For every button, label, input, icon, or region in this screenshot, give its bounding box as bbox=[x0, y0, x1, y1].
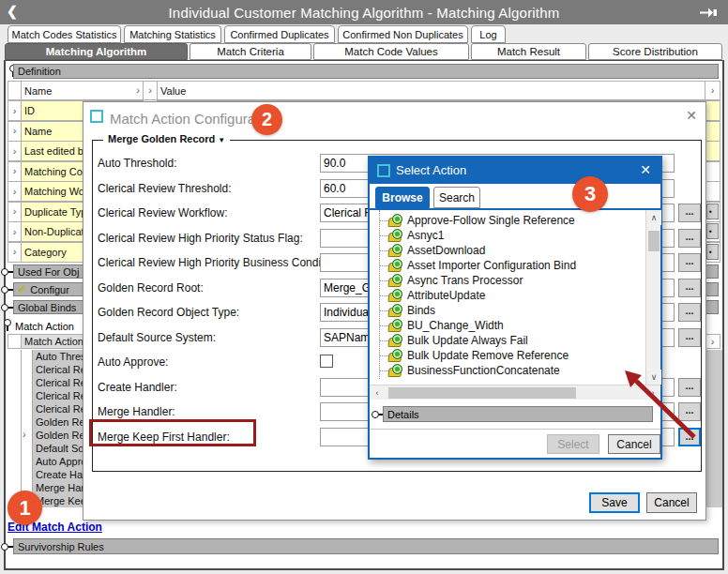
scrollbar-thumb[interactable] bbox=[648, 231, 660, 251]
section-label: Configur bbox=[30, 284, 69, 295]
action-list-item[interactable]: AssetDownload bbox=[370, 243, 645, 258]
browse-button[interactable]: ... bbox=[678, 378, 701, 397]
action-label: Bulk Update Remove Reference bbox=[392, 349, 569, 362]
window-title: Individual Customer Matching Algorithm -… bbox=[0, 5, 728, 21]
tab-match-criteria[interactable]: Match Criteria bbox=[190, 43, 311, 60]
tab-matching-algorithm[interactable]: Matching Algorithm bbox=[5, 43, 188, 60]
value-browse-button[interactable]: ▪ bbox=[706, 244, 719, 260]
action-list-item[interactable]: BusinessFunctionConcatenate bbox=[370, 363, 645, 378]
browse-button[interactable]: ... bbox=[678, 328, 701, 347]
field-label: Golden Record Object Type: bbox=[98, 303, 318, 322]
section-definition[interactable]: Definition bbox=[13, 64, 719, 79]
action-icon bbox=[388, 229, 403, 242]
action-label: BusinessFunctionConcatenate bbox=[392, 364, 560, 377]
close-icon[interactable]: ✕ bbox=[640, 162, 651, 177]
tab-match-codes-statistics[interactable]: Match Codes Statistics bbox=[8, 25, 121, 43]
tab-confirmed-non-duplicates[interactable]: Confirmed Non Duplicates bbox=[338, 25, 468, 43]
scrollbar-thumb[interactable] bbox=[388, 387, 576, 399]
field-label: Auto Approve: bbox=[98, 353, 318, 371]
row-expander[interactable]: › bbox=[8, 121, 22, 142]
action-icon bbox=[388, 349, 403, 362]
section-match-action[interactable]: Match Action bbox=[15, 319, 74, 333]
group-label[interactable]: Merge Golden Record ▼ bbox=[103, 133, 230, 144]
cancel-button[interactable]: Cancel bbox=[646, 492, 697, 513]
scroll-left-icon[interactable]: ‹ bbox=[370, 385, 385, 400]
dropdown-icon: ▼ bbox=[218, 136, 225, 144]
tab-confirmed-duplicates[interactable]: Confirmed Duplicates bbox=[224, 25, 335, 43]
row-expander[interactable]: › bbox=[8, 181, 22, 202]
browse-button[interactable]: ... bbox=[678, 279, 701, 297]
tab-match-code-values[interactable]: Match Code Values bbox=[313, 43, 469, 60]
action-list-item[interactable]: AttributeUpdate bbox=[370, 288, 645, 303]
grid-header-value[interactable]: Value bbox=[157, 81, 705, 100]
select-action-titlebar: Select Action ✕ bbox=[370, 158, 660, 184]
browse-button[interactable]: ... bbox=[678, 428, 701, 446]
field-label: Clerical Review Workflow: bbox=[98, 204, 318, 222]
tab-log[interactable]: Log bbox=[471, 25, 506, 43]
field-label: Default Source System: bbox=[98, 328, 318, 347]
row-expander[interactable]: › bbox=[8, 242, 22, 263]
field-label: Clerical Review Threshold: bbox=[98, 179, 318, 198]
select-button[interactable]: Select bbox=[547, 434, 599, 454]
horizontal-scrollbar[interactable]: ‹ › bbox=[370, 385, 660, 400]
action-list-item[interactable]: BU_Change_Width bbox=[370, 318, 645, 333]
auto-approve-checkbox[interactable] bbox=[320, 355, 333, 368]
save-button[interactable]: Save bbox=[589, 492, 640, 513]
browse-button[interactable]: ... bbox=[678, 204, 701, 222]
dialog-icon bbox=[90, 110, 103, 123]
row-expander[interactable]: › bbox=[8, 202, 22, 222]
scroll-up-icon[interactable]: ∧ bbox=[646, 210, 661, 225]
browse-button[interactable]: ... bbox=[678, 402, 701, 421]
grid-header-chevron-cell[interactable]: › bbox=[143, 81, 158, 100]
chevron-right-icon: › bbox=[13, 187, 17, 197]
browse-button[interactable]: ... bbox=[678, 303, 701, 322]
group-label-text: Merge Golden Record bbox=[108, 133, 215, 144]
browse-button[interactable]: ... bbox=[678, 253, 701, 272]
value-browse-button[interactable]: ▪ bbox=[706, 204, 719, 219]
divider bbox=[370, 429, 660, 430]
grid-header-name[interactable]: Name › bbox=[21, 81, 144, 100]
key-icon bbox=[1, 303, 13, 311]
action-icon bbox=[388, 289, 403, 302]
key-icon bbox=[1, 285, 13, 294]
action-icon bbox=[388, 259, 403, 272]
pin-icon[interactable] bbox=[700, 6, 719, 23]
browse-button[interactable]: ... bbox=[678, 229, 701, 248]
action-list-item[interactable]: Asnyc1 bbox=[370, 228, 645, 243]
field-label: Auto Threshold: bbox=[98, 154, 318, 173]
tab-matching-statistics[interactable]: Matching Statistics bbox=[124, 25, 221, 43]
action-label: Async Trans Processor bbox=[392, 274, 523, 287]
annotation-badge-1: 1 bbox=[8, 491, 42, 525]
action-list-item[interactable]: Bulk Update Remove Reference bbox=[370, 348, 645, 363]
row-expander[interactable]: › bbox=[8, 141, 22, 161]
details-section[interactable]: Details bbox=[383, 406, 653, 422]
field-label: Create Handler: bbox=[98, 378, 318, 397]
grid-header-right-chevron[interactable]: › bbox=[705, 81, 720, 100]
action-list-item[interactable]: Asset Importer Configuration Bind bbox=[370, 258, 645, 273]
back-chevron-icon[interactable]: ❮ bbox=[7, 4, 18, 19]
tab-search[interactable]: Search bbox=[433, 187, 480, 208]
action-list-item[interactable]: Binds bbox=[370, 303, 645, 318]
row-expander[interactable]: › bbox=[8, 100, 22, 121]
chevron-right-icon[interactable]: › bbox=[23, 430, 26, 440]
row-expander[interactable]: › bbox=[8, 161, 22, 182]
action-list-item[interactable]: Async Trans Processor bbox=[370, 273, 645, 288]
chevron-right-icon: › bbox=[148, 85, 152, 96]
vertical-scrollbar[interactable]: ∧ ∨ bbox=[645, 210, 660, 385]
close-icon[interactable]: ✕ bbox=[686, 108, 697, 123]
tab-match-result[interactable]: Match Result bbox=[471, 43, 586, 60]
section-survivorship-rules[interactable]: Survivorship Rules bbox=[13, 538, 719, 554]
tab-browse[interactable]: Browse bbox=[375, 187, 430, 208]
scroll-right-icon[interactable]: › bbox=[645, 385, 660, 400]
scroll-down-icon[interactable]: ∨ bbox=[646, 370, 661, 385]
chevron-right-icon: › bbox=[13, 206, 17, 217]
tab-score-distribution[interactable]: Score Distribution bbox=[588, 43, 722, 60]
value-browse-button[interactable]: ▪ bbox=[706, 223, 719, 239]
chevron-right-icon: › bbox=[13, 106, 17, 116]
action-icon bbox=[388, 214, 403, 227]
select-cancel-button[interactable]: Cancel bbox=[608, 434, 660, 454]
field-label: Golden Record Root: bbox=[98, 279, 318, 297]
row-expander[interactable]: › bbox=[8, 221, 22, 242]
action-list-item[interactable]: Bulk Update Always Fail bbox=[370, 333, 645, 348]
action-list-item[interactable]: Approve-Follow Single Reference bbox=[370, 213, 645, 228]
